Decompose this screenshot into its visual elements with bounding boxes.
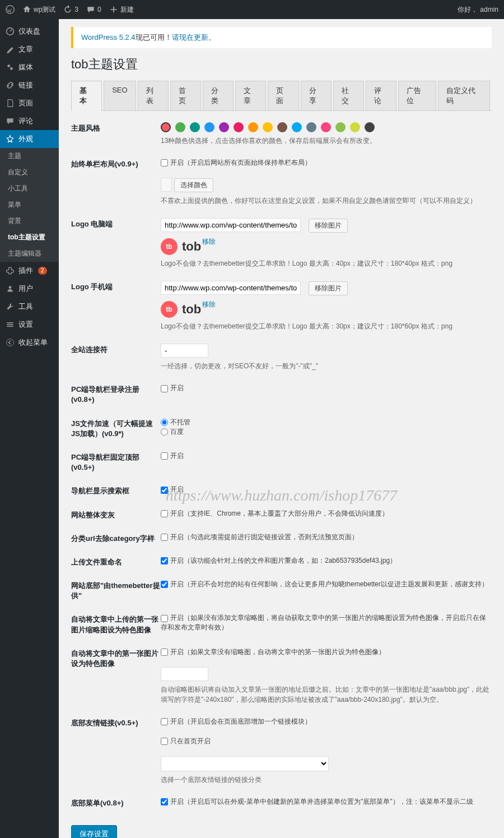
chk-footer-links[interactable] <box>161 718 168 725</box>
user-menu[interactable]: 你好，admin <box>458 5 498 15</box>
tab-7[interactable]: 分享 <box>301 81 332 110</box>
menu-posts[interactable]: 文章 <box>0 40 59 58</box>
logo-mobile-remove-link[interactable]: 移除 <box>202 300 216 309</box>
tab-11[interactable]: 自定义代码 <box>438 81 490 110</box>
menu-links[interactable]: 链接 <box>0 76 59 94</box>
radio-js-none[interactable] <box>161 419 168 426</box>
logo-pc-url-input[interactable] <box>161 218 301 232</box>
color-swatch-12[interactable] <box>335 122 346 132</box>
tab-8[interactable]: 社交 <box>333 81 364 110</box>
label-auto-thumb: 自动将文章中上传的第一张图片缩略图设为特色图像 <box>71 613 161 635</box>
submenu-customize[interactable]: 自定义 <box>0 164 59 180</box>
tab-1[interactable]: SEO <box>104 81 136 110</box>
color-swatch-5[interactable] <box>234 122 244 132</box>
label-nav-fixed: PC端导航栏固定顶部(v0.5+) <box>71 451 161 473</box>
menu-plugins[interactable]: 插件2 <box>0 262 59 280</box>
tab-2[interactable]: 列表 <box>138 81 169 110</box>
tab-4[interactable]: 分类 <box>203 81 234 110</box>
menu-users[interactable]: 用户 <box>0 280 59 298</box>
logo-mobile-remove-button[interactable]: 移除图片 <box>309 281 348 295</box>
connector-input[interactable] <box>161 344 208 358</box>
label-footer-menu: 底部菜单(v0.8+) <box>71 797 161 808</box>
submenu-background[interactable]: 背景 <box>0 213 59 229</box>
chk-nav-login[interactable] <box>161 385 168 392</box>
wp-version-link[interactable]: WordPress 5.2.4 <box>81 33 136 41</box>
footer-links-select[interactable] <box>161 756 329 771</box>
logo-pc-remove-link[interactable]: 移除 <box>202 237 216 247</box>
chk-single-col[interactable] <box>161 159 168 166</box>
logo-pc-preview-text: tob <box>182 239 201 254</box>
submenu-theme-editor[interactable]: 主题编辑器 <box>0 246 59 262</box>
tab-6[interactable]: 页面 <box>268 81 298 110</box>
color-swatch-10[interactable] <box>306 122 316 132</box>
custom-color-input[interactable] <box>161 178 172 192</box>
label-file-rename: 上传文件重命名 <box>71 556 161 567</box>
chk-footer-links-home[interactable] <box>161 738 168 745</box>
chk-footer-menu[interactable] <box>161 798 168 805</box>
site-link[interactable]: wp测试 <box>22 5 55 15</box>
tab-9[interactable]: 评论 <box>366 81 396 110</box>
color-swatch-3[interactable] <box>204 122 214 132</box>
chk-auto-thumb[interactable] <box>161 615 168 622</box>
new-link[interactable]: 新建 <box>109 5 134 15</box>
chk-nav-fixed[interactable] <box>161 452 168 460</box>
svg-rect-7 <box>7 326 13 327</box>
chk-url-remove-cat[interactable] <box>161 534 168 541</box>
color-swatch-0[interactable] <box>161 122 171 132</box>
color-swatch-11[interactable] <box>321 122 331 132</box>
submenu-widgets[interactable]: 小工具 <box>0 180 59 197</box>
tab-5[interactable]: 文章 <box>235 81 266 110</box>
chk-site-gray[interactable] <box>161 510 168 517</box>
tab-0[interactable]: 基本 <box>71 81 102 111</box>
desc-connector: 一经选择，切勿更改，对SEO不友好，一般为"-"或"_" <box>161 361 492 371</box>
menu-tools[interactable]: 工具 <box>0 298 59 316</box>
label-nav-login: PC端导航栏登录注册(v0.8+) <box>71 383 161 405</box>
logo-pc-remove-button[interactable]: 移除图片 <box>309 219 348 233</box>
update-now-link[interactable]: 请现在更新 <box>172 33 208 41</box>
label-auto-first: 自动将文章中的第一张图片设为特色图像 <box>71 647 161 705</box>
submenu-tob-settings[interactable]: tob主题设置 <box>0 229 59 246</box>
chk-file-rename[interactable] <box>161 557 168 564</box>
color-swatch-14[interactable] <box>365 122 375 132</box>
color-swatch-1[interactable] <box>175 122 185 132</box>
tab-10[interactable]: 广告位 <box>398 81 436 110</box>
auto-thumb-suffix-input[interactable] <box>161 667 208 681</box>
color-swatch-9[interactable] <box>292 122 302 132</box>
menu-pages[interactable]: 页面 <box>0 94 59 112</box>
menu-collapse[interactable]: 收起菜单 <box>0 334 59 351</box>
logo-mobile-preview-text: tob <box>182 302 201 317</box>
desc-logo-pc: Logo不会做？去themebetter提交工单求助！Logo 最大高：40px… <box>161 258 492 268</box>
submenu-themes[interactable]: 主题 <box>0 148 59 164</box>
logo-mobile-url-input[interactable] <box>161 281 301 295</box>
color-swatch-8[interactable] <box>277 122 287 132</box>
svg-rect-5 <box>7 322 13 323</box>
chk-nav-search[interactable] <box>161 487 168 494</box>
tab-3[interactable]: 首页 <box>170 81 201 110</box>
color-swatch-7[interactable] <box>263 122 273 132</box>
chk-footer-credit[interactable] <box>161 581 168 588</box>
color-swatch-2[interactable] <box>190 122 200 132</box>
menu-dashboard[interactable]: 仪表盘 <box>0 22 59 40</box>
chk-auto-first[interactable] <box>161 649 168 656</box>
pick-color-button[interactable]: 选择颜色 <box>174 178 213 192</box>
color-swatch-13[interactable] <box>350 122 360 132</box>
save-button[interactable]: 保存设置 <box>71 825 117 838</box>
label-single-col: 始终单栏布局(v0.9+) <box>71 158 161 206</box>
label-footer-credit: 网站底部"由themebetter提供" <box>71 580 161 601</box>
color-swatch-6[interactable] <box>248 122 258 132</box>
wp-logo-icon[interactable] <box>6 5 15 14</box>
submenu-menus[interactable]: 菜单 <box>0 197 59 213</box>
menu-comments[interactable]: 评论 <box>0 112 59 130</box>
color-swatch-4[interactable] <box>219 122 229 132</box>
plugin-update-badge: 2 <box>38 267 47 275</box>
settings-tabs: 基本SEO列表首页分类文章页面分享社交评论广告位自定义代码 <box>71 81 492 111</box>
label-logo-pc: Logo 电脑端 <box>71 218 161 268</box>
radio-js-baidu[interactable] <box>161 428 168 436</box>
updates-link[interactable]: 3 <box>63 5 78 14</box>
menu-media[interactable]: 媒体 <box>0 58 59 76</box>
comments-link[interactable]: 0 <box>86 5 101 14</box>
menu-settings[interactable]: 设置 <box>0 316 59 334</box>
label-nav-search: 导航栏显示搜索框 <box>71 485 161 496</box>
label-theme-style: 主题风格 <box>71 122 161 146</box>
menu-appearance[interactable]: 外观 <box>0 130 59 148</box>
